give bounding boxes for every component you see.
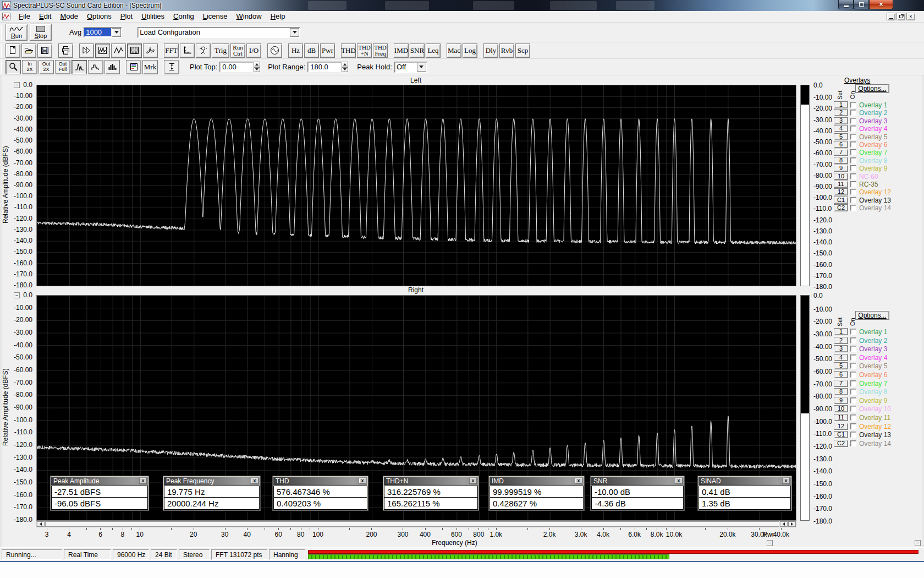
window-restore-button[interactable] (854, 0, 869, 9)
trigger-button[interactable]: Trig (212, 43, 229, 58)
menu-item-help[interactable]: Help (266, 11, 290, 22)
measurement-panel-close-button[interactable]: x (359, 478, 366, 484)
overlay-set-button-left-C1[interactable]: C1 (834, 197, 848, 204)
overlay-on-checkbox-left-5[interactable] (850, 134, 856, 140)
overlay-on-checkbox-left-9[interactable] (850, 165, 856, 171)
overlay-on-checkbox-left-10[interactable] (850, 173, 856, 179)
new-file-button[interactable] (6, 43, 20, 58)
overlay-on-checkbox-right-1[interactable] (850, 329, 856, 335)
overlay-on-checkbox-right-7[interactable] (850, 380, 856, 386)
measurement-panel-titlebar[interactable]: Peak Frequencyx (164, 477, 260, 485)
overlay-set-button-right-3[interactable]: 3 (834, 345, 848, 352)
menu-item-utilities[interactable]: Utilities (137, 11, 169, 22)
overlay-set-button-right-1[interactable]: 1 (834, 328, 848, 335)
overlay-set-button-right-C1[interactable]: C1 (834, 431, 848, 438)
spin-down-button[interactable] (254, 67, 260, 73)
output-full-button[interactable]: OutFull (55, 60, 70, 74)
overlay-set-button-right-9[interactable]: 9 (834, 397, 848, 404)
measurement-panel-titlebar[interactable]: THDx (273, 477, 367, 485)
print-button[interactable] (58, 43, 73, 58)
run-button[interactable]: Run (6, 24, 28, 41)
measurement-panel-close-button[interactable]: x (139, 478, 147, 484)
logging-button[interactable]: Log (463, 43, 477, 58)
window-close-button[interactable]: × (869, 0, 893, 9)
mdi-restore-button[interactable] (897, 13, 905, 20)
toolbar-handle[interactable] (1, 25, 3, 40)
zoom-button[interactable] (6, 60, 21, 74)
overlay-on-checkbox-right-2[interactable] (850, 337, 856, 343)
avg-dropdown-arrow[interactable] (112, 28, 121, 37)
peak-hold-combobox[interactable]: Off (394, 62, 427, 73)
overlay-on-checkbox-left-6[interactable] (850, 141, 856, 148)
measurement-panel-titlebar[interactable]: THD+Nx (384, 477, 478, 485)
overlay-set-button-left-C2[interactable]: C2 (834, 204, 848, 211)
overlay-on-checkbox-right-10[interactable] (850, 406, 856, 412)
reverb-button[interactable]: Rvb (499, 43, 514, 58)
calibration-button[interactable] (196, 43, 211, 58)
io-device-button[interactable]: I/O (246, 43, 261, 58)
time-series-view-button[interactable] (111, 43, 126, 58)
markers-button[interactable]: Mrk (142, 60, 158, 74)
mdi-close-button[interactable]: × (906, 13, 915, 20)
overlay-set-button-right-6[interactable]: 6 (834, 371, 848, 378)
overlay-on-checkbox-left-C1[interactable] (850, 197, 856, 203)
measurement-panel-close-button[interactable]: x (575, 478, 582, 484)
control-panel-button[interactable] (126, 60, 141, 74)
menu-item-license[interactable]: License (199, 11, 232, 22)
overlay-on-checkbox-right-6[interactable] (850, 372, 856, 378)
fft-settings-button[interactable]: FFT (164, 43, 179, 58)
overlay-on-checkbox-left-4[interactable] (850, 126, 856, 132)
overlay-set-button-left-4[interactable]: 4 (834, 125, 848, 132)
overlay-set-button-left-7[interactable]: 7 (834, 149, 848, 156)
overlay-set-button-right-7[interactable]: 7 (834, 380, 848, 387)
toolbar-handle[interactable] (1, 44, 3, 57)
plot-range-input[interactable]: 180.0 (307, 62, 342, 72)
peak-hold-dropdown-arrow[interactable] (417, 63, 426, 72)
measurement-panel-close-button[interactable]: x (469, 478, 477, 484)
units-pwr-button[interactable]: Pwr (320, 43, 335, 58)
leq-button[interactable]: Leq (426, 43, 441, 58)
plot-range-spinner[interactable] (342, 62, 348, 72)
overlay-set-button-right-4[interactable]: 4 (834, 354, 848, 361)
overlay-set-button-left-2[interactable]: 2 (834, 109, 848, 116)
menu-item-file[interactable]: File (14, 11, 35, 22)
process-all-button[interactable] (79, 43, 94, 58)
overlay-on-checkbox-left-7[interactable] (850, 149, 856, 155)
overlay-on-checkbox-right-3[interactable] (850, 346, 856, 352)
overlay-set-button-right-5[interactable]: 5 (834, 362, 848, 369)
thd-freq-button[interactable]: THDFreq (373, 43, 388, 58)
overlay-on-checkbox-right-4[interactable] (850, 355, 856, 361)
overlay-set-button-left-6[interactable]: 6 (834, 141, 848, 148)
overlay-set-button-right-11[interactable]: 11 (834, 414, 848, 421)
measurement-panel-titlebar[interactable]: IMDx (490, 477, 584, 485)
frequency-scrollbar[interactable] (36, 521, 796, 527)
stop-button[interactable]: Stop (30, 24, 52, 41)
measurement-panel-close-button[interactable]: x (675, 478, 683, 484)
window-minimize-button[interactable] (838, 0, 854, 9)
overlay-set-button-left-10[interactable]: 10 (834, 173, 848, 180)
save-file-button[interactable] (37, 43, 52, 58)
thd-button[interactable]: THD (341, 43, 356, 58)
mdi-minimize-button[interactable] (887, 13, 895, 20)
overlay-on-checkbox-right-8[interactable] (850, 389, 856, 395)
load-configuration-combobox[interactable]: Load Configuration (138, 27, 300, 38)
overlay-on-checkbox-right-C2[interactable] (850, 440, 856, 446)
menu-item-options[interactable]: Options (82, 11, 116, 22)
overlay-set-button-right-12[interactable]: 12 (834, 423, 848, 430)
scaling-button[interactable] (180, 43, 195, 58)
signal-generator-button[interactable] (267, 43, 282, 58)
overlays-options-button-left[interactable]: Options... (855, 84, 889, 93)
toolbar-handle[interactable] (1, 61, 3, 73)
step-curve-display-button[interactable] (88, 60, 103, 74)
overlays-options-button-right[interactable]: Options... (855, 311, 889, 320)
run-control-button[interactable]: RunCtrl (230, 43, 245, 58)
overlay-set-button-left-1[interactable]: 1 (834, 101, 848, 108)
thd-n-button[interactable]: THD+N (357, 43, 372, 58)
input-2x-button[interactable]: In2X (22, 60, 37, 74)
spectrogram-view-button[interactable] (127, 43, 142, 58)
overlay-on-checkbox-left-8[interactable] (850, 157, 856, 163)
delay-button[interactable]: Dly (483, 43, 498, 58)
plot-top-spinner[interactable] (254, 62, 260, 72)
measurement-panel-titlebar[interactable]: SNRx (591, 477, 684, 485)
overlay-set-button-right-10[interactable]: 10 (834, 405, 848, 412)
